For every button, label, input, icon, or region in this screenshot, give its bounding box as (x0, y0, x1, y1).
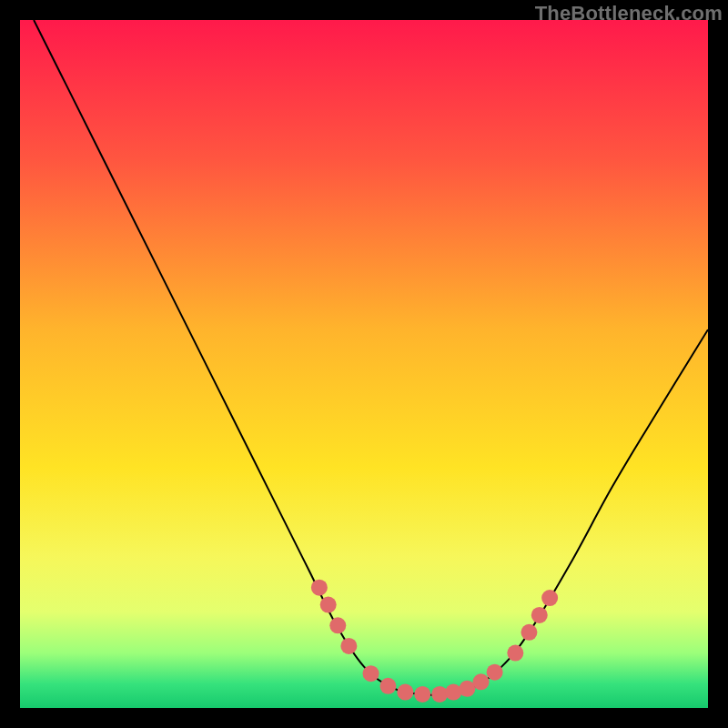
marker-dot (531, 607, 548, 623)
marker-dot (521, 624, 537, 641)
marker-dot (507, 645, 523, 662)
marker-dot (379, 678, 396, 694)
marker-dot (541, 590, 558, 606)
marker-dot (363, 665, 379, 682)
marker-dot (414, 686, 430, 703)
chart-frame (20, 20, 708, 708)
marker-dot (397, 684, 413, 701)
marker-dot (340, 638, 357, 654)
marker-dot (431, 686, 448, 703)
marker-dot (311, 580, 328, 596)
chart-background (20, 20, 708, 708)
marker-dot (445, 684, 461, 701)
bottleneck-chart (20, 20, 708, 708)
marker-dot (329, 617, 346, 633)
marker-dot (320, 597, 337, 613)
marker-dot (473, 673, 490, 690)
marker-dot (487, 664, 503, 681)
watermark-text: TheBottleneck.com (535, 2, 723, 25)
